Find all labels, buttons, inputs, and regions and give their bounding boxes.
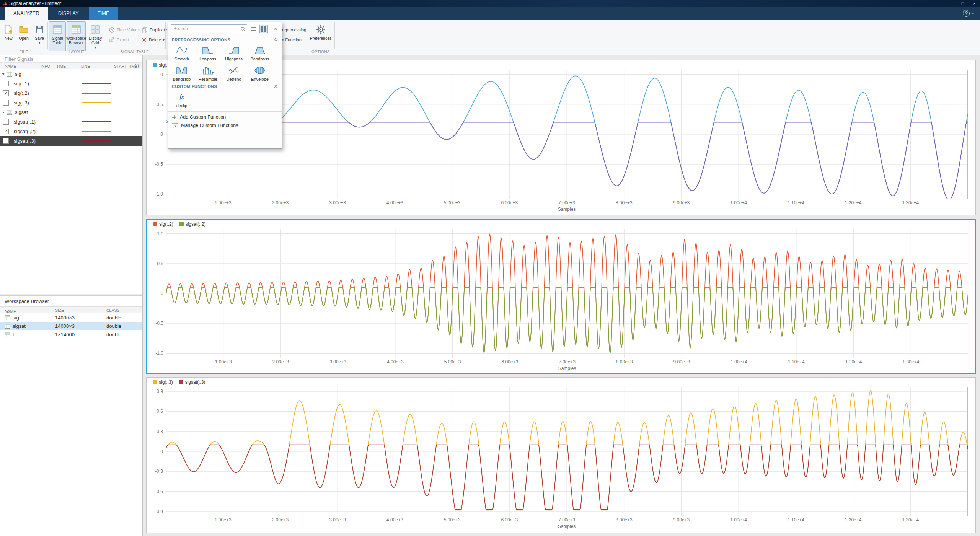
svg-text:fx: fx (174, 124, 176, 128)
plot-area[interactable] (166, 70, 968, 199)
plot-visibility-checkbox[interactable]: ✓ (3, 129, 9, 134)
plot-visibility-checkbox[interactable] (3, 100, 9, 106)
signal-group-row[interactable]: ▾sig (0, 69, 142, 79)
time-values-button[interactable]: Time Values (107, 26, 141, 34)
new-label: New (4, 36, 12, 41)
x-tick-label: 6.00e+3 (494, 517, 525, 523)
plot-visibility-checkbox[interactable] (3, 138, 9, 144)
minimize-button[interactable]: – (946, 0, 957, 7)
plot-visibility-checkbox[interactable] (3, 81, 9, 86)
gallery-item-smooth[interactable]: Smooth (169, 44, 195, 61)
legend-label: sigsat(:,2) (186, 222, 206, 227)
signal-row[interactable]: ✓sig(:,2) (0, 88, 142, 98)
help-caret-icon[interactable]: ▾ (972, 11, 974, 15)
matrix-icon (5, 315, 10, 320)
y-tick-label: -0.3 (155, 469, 163, 474)
help-button[interactable]: ? (963, 10, 970, 17)
open-button[interactable]: Open (16, 21, 31, 51)
gallery-item-envelope[interactable]: Envelope (247, 65, 273, 81)
save-button[interactable]: Save ▾ (32, 21, 47, 51)
custom-functions-grid: fxdeclip (168, 90, 282, 108)
plot-visibility-checkbox[interactable]: ✓ (3, 90, 9, 96)
signal-table-label: Signal Table (49, 36, 65, 45)
gallery-item-label: Bandstop (173, 77, 191, 81)
plot-area[interactable] (166, 387, 968, 516)
tab-analyzer[interactable]: ANALYZER (5, 7, 48, 20)
tab-display[interactable]: DISPLAY (50, 7, 87, 20)
x-tick-label: 1.10e+4 (781, 517, 811, 523)
new-document-icon (5, 24, 12, 35)
plot-canvas[interactable] (166, 387, 968, 516)
new-button[interactable]: New (1, 21, 16, 51)
gallery-item-lowpass[interactable]: Lowpass (195, 44, 221, 61)
gallery-search-input[interactable] (171, 25, 238, 33)
plot-visibility-checkbox[interactable] (3, 119, 9, 125)
gallery-item-bandpass[interactable]: Bandpass (247, 44, 273, 61)
collapse-section-icon[interactable] (274, 38, 278, 42)
expand-arrow-icon[interactable]: ▾ (2, 110, 7, 114)
x-tick-label: 7.00e+3 (552, 359, 582, 365)
workspace-variable-row[interactable]: sigsat14000×3double (0, 322, 142, 330)
x-tick-label: 4.00e+3 (380, 200, 410, 205)
gallery-item-resample[interactable]: Resample (195, 65, 221, 81)
signal-row[interactable]: sig(:,1) (0, 79, 142, 88)
workspace-variable-row[interactable]: t1×14000double (0, 330, 142, 339)
signal-table-toggle[interactable]: Signal Table (49, 21, 66, 51)
signal-row[interactable]: sigsat(:,1) (0, 117, 142, 127)
grid-view-button[interactable] (259, 25, 268, 33)
preferences-button[interactable]: Preferences (308, 21, 333, 51)
collapse-section-icon[interactable] (274, 85, 278, 88)
x-tick-label: 7.00e+3 (551, 200, 582, 205)
signal-row[interactable]: sig(:,3) (0, 98, 142, 108)
gallery-item-highpass[interactable]: Highpass (221, 44, 247, 61)
signal-group-row[interactable]: ▾sigsat (0, 108, 142, 117)
close-icon[interactable]: × (272, 26, 279, 32)
y-tick-label: -0.5 (155, 161, 163, 167)
display-grid-button[interactable]: Display Grid ▾ (86, 21, 104, 51)
gallery-item-detrend[interactable]: Detrend (221, 65, 247, 81)
x-axis-label: Samples (166, 207, 968, 212)
workspace-header: NAME▲ SIZE CLASS (0, 306, 142, 313)
plot-legend: sig(:,3)sigsat(:,3) (147, 378, 975, 387)
duplicate-button[interactable]: Duplicate (140, 26, 169, 34)
close-button[interactable]: × (969, 0, 980, 7)
maximize-button[interactable]: □ (957, 0, 969, 7)
search-icon (240, 26, 246, 32)
plot-canvas[interactable] (166, 229, 968, 358)
delete-button[interactable]: Delete ▾ (140, 36, 166, 44)
workspace-browser-toggle[interactable]: Workspace Browser (67, 21, 86, 51)
signal-name: sig(:,3) (14, 100, 29, 106)
display-panel-2-selected[interactable]: sig(:,2)sigsat(:,2) 1.00.50-0.5-1.0 1.00… (146, 219, 976, 374)
y-axis: 0.90.60.30-0.3-0.6-0.9 (147, 387, 166, 516)
display-grid-caret-icon: ▾ (95, 46, 96, 50)
x-tick-label: 8.00e+3 (609, 359, 640, 365)
expand-arrow-icon[interactable]: ▾ (2, 72, 7, 76)
x-tick-label: 1.20e+4 (838, 517, 869, 523)
tab-time[interactable]: TIME (89, 7, 118, 20)
display-panel-3[interactable]: sig(:,3)sigsat(:,3) 0.90.60.30-0.3-0.6-0… (146, 377, 976, 533)
x-tick-label: 3.00e+3 (323, 359, 353, 365)
x-tick-label: 1.10e+4 (781, 200, 811, 205)
section-label-options: OPTIONS (311, 50, 330, 54)
signal-name: sigsat(:,1) (14, 119, 36, 125)
table-settings-gear-icon[interactable] (135, 64, 140, 69)
plot-canvas[interactable] (166, 70, 968, 199)
variable-class: double (106, 315, 121, 321)
matrix-icon (5, 332, 10, 337)
add-custom-function-item[interactable]: Add Custom Function (168, 113, 282, 121)
gallery-item-bandstop[interactable]: Bandstop (169, 65, 195, 81)
manage-custom-functions-item[interactable]: fx Manage Custom Functions (168, 121, 282, 130)
signal-group-name: sigsat (15, 109, 28, 115)
list-view-button[interactable] (249, 25, 258, 33)
signal-row[interactable]: sigsat(:,3) (0, 136, 142, 146)
filter-signals-input[interactable] (0, 56, 142, 63)
export-button[interactable]: Export (107, 36, 130, 44)
lowpass-icon (202, 44, 214, 56)
preprocessing-label: Preprocessing (279, 28, 306, 32)
workspace-variable-row[interactable]: sig14000×3double (0, 313, 142, 322)
gallery-item-declip[interactable]: fxdeclip (169, 91, 195, 108)
y-tick-label: -0.9 (155, 509, 163, 514)
plot-area[interactable] (166, 229, 968, 358)
signal-row[interactable]: ✓sigsat(:,2) (0, 127, 142, 136)
signal-analyzer-window: Signal Analyzer - untitled* – □ × ANALYZ… (0, 0, 980, 536)
